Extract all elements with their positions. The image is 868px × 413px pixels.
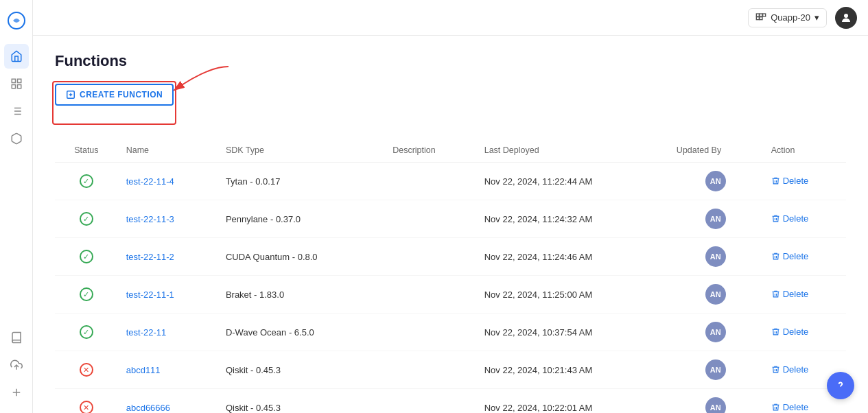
cell-updated-by: AN <box>668 314 763 351</box>
cell-status: ✓ <box>55 238 118 276</box>
page-title: Functions <box>55 52 846 70</box>
create-function-label: CREATE FUNCTION <box>80 90 163 99</box>
status-ok-icon: ✓ <box>80 250 93 263</box>
user-avatar-badge: AN <box>705 171 726 191</box>
svg-rect-14 <box>757 14 760 16</box>
cell-name: test-22-11-4 <box>118 163 218 200</box>
sidebar-item-book[interactable] <box>4 325 29 350</box>
cell-description <box>384 238 476 276</box>
col-sdk-type: SDK Type <box>218 139 384 163</box>
sidebar-item-box[interactable] <box>4 126 29 151</box>
cell-last-deployed: Nov 22, 2024, 10:21:43 AM <box>476 351 668 389</box>
svg-rect-3 <box>12 85 15 88</box>
cell-name: abcd111 <box>118 351 218 389</box>
cell-sdk: Pennylane - 0.37.0 <box>218 200 384 238</box>
user-avatar-badge: AN <box>705 397 726 413</box>
delete-button[interactable]: Delete <box>771 176 809 186</box>
cell-description <box>384 351 476 389</box>
cell-action: Delete <box>763 200 846 238</box>
table-row: ✓ test-22-11 D-Wave Ocean - 6.5.0 Nov 22… <box>55 314 846 351</box>
delete-button[interactable]: Delete <box>771 364 809 375</box>
status-err-icon: ✕ <box>80 363 93 377</box>
function-name-link[interactable]: abcd66666 <box>126 403 170 413</box>
sidebar-item-home[interactable] <box>4 44 29 69</box>
cell-status: ✓ <box>55 314 118 351</box>
function-name-link[interactable]: test-22-11-1 <box>126 290 174 300</box>
user-avatar-badge: AN <box>705 246 726 267</box>
table-body: ✓ test-22-11-4 Tytan - 0.0.17 Nov 22, 20… <box>55 163 846 414</box>
sidebar-item-upload[interactable] <box>4 353 29 377</box>
user-avatar-topbar[interactable] <box>835 7 857 29</box>
cell-description <box>384 163 476 200</box>
topbar: Quapp-20 ▾ <box>33 0 868 36</box>
delete-button[interactable]: Delete <box>771 213 809 224</box>
status-ok-icon: ✓ <box>80 174 93 188</box>
table-row: ✕ abcd66666 Qiskit - 0.45.3 Nov 22, 2024… <box>55 389 846 414</box>
create-function-button[interactable]: CREATE FUNCTION <box>55 84 174 106</box>
sidebar <box>0 0 33 413</box>
function-name-link[interactable]: abcd111 <box>126 365 161 375</box>
cell-name: test-22-11-1 <box>118 276 218 314</box>
table-header: Status Name SDK Type Description Last De… <box>55 139 846 163</box>
status-ok-icon: ✓ <box>80 325 93 339</box>
cell-status: ✓ <box>55 276 118 314</box>
table-row: ✕ abcd111 Qiskit - 0.45.3 Nov 22, 2024, … <box>55 351 846 389</box>
status-ok-icon: ✓ <box>80 287 93 301</box>
svg-rect-1 <box>12 79 15 82</box>
functions-table: Status Name SDK Type Description Last De… <box>55 139 846 413</box>
user-avatar-badge: AN <box>705 284 726 305</box>
delete-button[interactable]: Delete <box>771 327 809 337</box>
user-avatar-badge: AN <box>705 359 726 380</box>
sidebar-item-list[interactable] <box>4 99 29 123</box>
chevron-down-icon: ▾ <box>814 12 819 23</box>
function-name-link[interactable]: test-22-11-2 <box>126 252 174 262</box>
cell-description <box>384 389 476 414</box>
cell-status: ✕ <box>55 351 118 389</box>
delete-button[interactable]: Delete <box>771 251 809 261</box>
function-name-link[interactable]: test-22-11 <box>126 327 167 338</box>
function-name-link[interactable]: test-22-11-4 <box>126 176 174 187</box>
col-last-deployed: Last Deployed <box>476 139 668 163</box>
col-description: Description <box>384 139 476 163</box>
cell-sdk: Tytan - 0.0.17 <box>218 163 384 200</box>
workspace-name: Quapp-20 <box>771 12 810 23</box>
user-avatar-badge: AN <box>705 322 726 342</box>
table-row: ✓ test-22-11-4 Tytan - 0.0.17 Nov 22, 20… <box>55 163 846 200</box>
col-name: Name <box>118 139 218 163</box>
sidebar-bottom <box>4 325 29 405</box>
cell-last-deployed: Nov 22, 2024, 10:37:54 AM <box>476 314 668 351</box>
cell-status: ✕ <box>55 389 118 414</box>
svg-rect-4 <box>17 85 21 88</box>
user-avatar-badge: AN <box>705 209 726 229</box>
sidebar-item-grid[interactable] <box>4 71 29 96</box>
cell-updated-by: AN <box>668 276 763 314</box>
col-status: Status <box>55 139 118 163</box>
app-logo[interactable] <box>4 8 29 33</box>
svg-rect-15 <box>760 14 762 16</box>
delete-button[interactable]: Delete <box>771 402 809 412</box>
function-name-link[interactable]: test-22-11-3 <box>126 214 174 224</box>
help-button[interactable] <box>827 372 854 399</box>
delete-button[interactable]: Delete <box>771 289 809 299</box>
cell-last-deployed: Nov 22, 2024, 11:24:46 AM <box>476 238 668 276</box>
cell-name: test-22-11-2 <box>118 238 218 276</box>
cell-sdk: D-Wave Ocean - 6.5.0 <box>218 314 384 351</box>
cell-updated-by: AN <box>668 238 763 276</box>
cell-updated-by: AN <box>668 351 763 389</box>
svg-rect-17 <box>757 16 760 19</box>
table-row: ✓ test-22-11-1 Braket - 1.83.0 Nov 22, 2… <box>55 276 846 314</box>
cell-last-deployed: Nov 22, 2024, 11:22:44 AM <box>476 163 668 200</box>
cell-sdk: Qiskit - 0.45.3 <box>218 389 384 414</box>
workspace-selector[interactable]: Quapp-20 ▾ <box>748 8 827 27</box>
status-err-icon: ✕ <box>80 401 93 413</box>
cell-action: Delete <box>763 276 846 314</box>
cell-last-deployed: Nov 22, 2024, 11:25:00 AM <box>476 276 668 314</box>
page-content: Functions CREATE FUNCTION <box>33 36 868 413</box>
col-updated-by: Updated By <box>668 139 763 163</box>
sidebar-item-plus[interactable] <box>4 380 29 405</box>
cell-description <box>384 314 476 351</box>
col-action: Action <box>763 139 846 163</box>
cell-status: ✓ <box>55 163 118 200</box>
cell-last-deployed: Nov 22, 2024, 10:22:01 AM <box>476 389 668 414</box>
svg-rect-18 <box>760 16 762 19</box>
